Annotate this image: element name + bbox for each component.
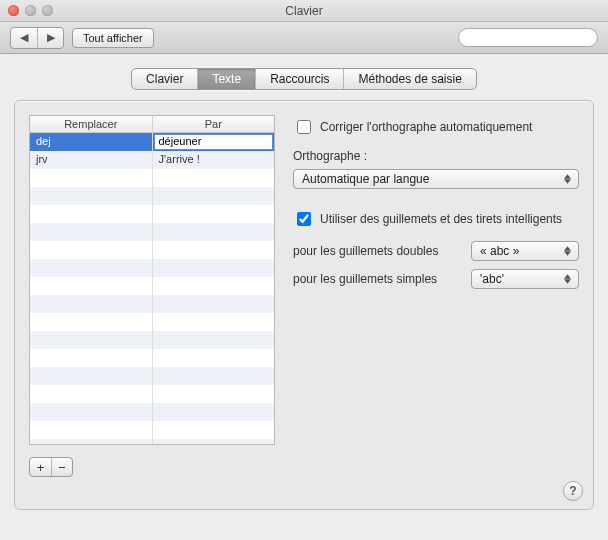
- help-button[interactable]: ?: [563, 481, 583, 501]
- table-row-empty[interactable]: [30, 421, 274, 439]
- show-all-button[interactable]: Tout afficher: [72, 28, 154, 48]
- col-header-with[interactable]: Par: [153, 116, 275, 132]
- tabbar: Clavier Texte Raccourcis Méthodes de sai…: [14, 68, 594, 90]
- substitutions-panel: Remplacer Par dej déjeuner jrv J'arrive …: [29, 115, 275, 495]
- add-remove-control: + −: [29, 457, 73, 477]
- substitutions-table[interactable]: Remplacer Par dej déjeuner jrv J'arrive …: [29, 115, 275, 445]
- tab-methodes-saisie[interactable]: Méthodes de saisie: [343, 69, 475, 89]
- cell-with-editing[interactable]: déjeuner: [154, 134, 274, 150]
- nav-segmented-control: ◀ ▶: [10, 27, 64, 49]
- double-quotes-value: « abc »: [480, 244, 519, 258]
- double-quotes-popup[interactable]: « abc »: [471, 241, 579, 261]
- table-row-empty[interactable]: [30, 277, 274, 295]
- add-button[interactable]: +: [30, 458, 51, 476]
- table-body: dej déjeuner jrv J'arrive !: [30, 133, 274, 444]
- table-row-empty[interactable]: [30, 259, 274, 277]
- cell-with[interactable]: J'arrive !: [153, 151, 275, 169]
- single-quotes-label: pour les guillemets simples: [293, 272, 463, 286]
- table-row-empty[interactable]: [30, 169, 274, 187]
- options-panel: Corriger l'orthographe automatiquement O…: [293, 115, 579, 495]
- remove-button[interactable]: −: [51, 458, 72, 476]
- table-header: Remplacer Par: [30, 116, 274, 133]
- tab-texte[interactable]: Texte: [197, 69, 255, 89]
- table-row-empty[interactable]: [30, 241, 274, 259]
- row-double-quotes: pour les guillemets doubles « abc »: [293, 241, 579, 261]
- col-header-replace[interactable]: Remplacer: [30, 116, 153, 132]
- correct-spelling-label: Corriger l'orthographe automatiquement: [320, 120, 532, 134]
- single-quotes-value: 'abc': [480, 272, 504, 286]
- table-row-empty[interactable]: [30, 367, 274, 385]
- correct-spelling-checkbox[interactable]: [297, 120, 311, 134]
- popup-arrows-icon: [560, 274, 574, 284]
- window-title: Clavier: [0, 4, 608, 18]
- row-single-quotes: pour les guillemets simples 'abc': [293, 269, 579, 289]
- tab-raccourcis[interactable]: Raccourcis: [255, 69, 343, 89]
- svg-marker-7: [564, 279, 571, 283]
- spelling-heading: Orthographe :: [293, 149, 579, 163]
- table-row-empty[interactable]: [30, 403, 274, 421]
- search-input[interactable]: [465, 31, 607, 45]
- table-row[interactable]: jrv J'arrive !: [30, 151, 274, 169]
- single-quotes-popup[interactable]: 'abc': [471, 269, 579, 289]
- titlebar: Clavier: [0, 0, 608, 22]
- svg-marker-3: [564, 179, 571, 183]
- cell-replace[interactable]: jrv: [30, 151, 153, 169]
- search-field[interactable]: [458, 28, 598, 47]
- back-button[interactable]: ◀: [11, 28, 37, 48]
- opt-smart-quotes: Utiliser des guillemets et des tirets in…: [293, 209, 579, 229]
- popup-arrows-icon: [560, 174, 574, 184]
- table-row-empty[interactable]: [30, 331, 274, 349]
- tab-group: Clavier Texte Raccourcis Méthodes de sai…: [131, 68, 477, 90]
- smart-quotes-label: Utiliser des guillemets et des tirets in…: [320, 212, 562, 226]
- table-row-empty[interactable]: [30, 349, 274, 367]
- smart-quotes-checkbox[interactable]: [297, 212, 311, 226]
- svg-marker-5: [564, 251, 571, 255]
- popup-arrows-icon: [560, 246, 574, 256]
- table-row-empty[interactable]: [30, 187, 274, 205]
- table-row[interactable]: dej déjeuner: [30, 133, 274, 151]
- table-row-empty[interactable]: [30, 205, 274, 223]
- forward-button[interactable]: ▶: [37, 28, 63, 48]
- double-quotes-label: pour les guillemets doubles: [293, 244, 463, 258]
- table-row-empty[interactable]: [30, 439, 274, 444]
- content-frame: Remplacer Par dej déjeuner jrv J'arrive …: [14, 100, 594, 510]
- toolbar: ◀ ▶ Tout afficher: [0, 22, 608, 54]
- table-row-empty[interactable]: [30, 295, 274, 313]
- spelling-popup[interactable]: Automatique par langue: [293, 169, 579, 189]
- table-row-empty[interactable]: [30, 313, 274, 331]
- table-row-empty[interactable]: [30, 385, 274, 403]
- opt-correct-spelling: Corriger l'orthographe automatiquement: [293, 117, 579, 137]
- spelling-popup-value: Automatique par langue: [302, 172, 429, 186]
- cell-replace[interactable]: dej: [30, 133, 153, 151]
- table-row-empty[interactable]: [30, 223, 274, 241]
- tab-clavier[interactable]: Clavier: [132, 69, 197, 89]
